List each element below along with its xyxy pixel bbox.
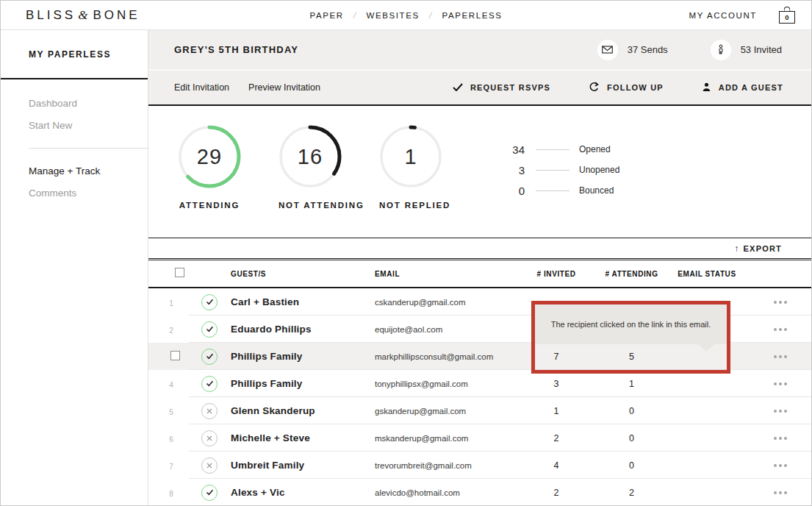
cart-icon[interactable]: 0 [779,11,795,24]
row-number: 6 [169,435,173,443]
row-menu-button[interactable] [747,437,812,440]
brand-logo[interactable]: BLISS&BONE [26,8,140,23]
export-bar: ↑ EXPORT [148,238,811,260]
guest-table-header: GUEST/S EMAIL # INVITED # ATTENDING EMAI… [148,260,811,288]
rsvp-status-icon [201,349,218,365]
guest-email: gskanderup@gmail.com [372,407,516,416]
guest-email: mskanderup@gmail.com [372,434,516,443]
event-stats: 37 Sends 53 Invited [597,40,782,60]
row-menu-button[interactable] [747,410,812,413]
attending-count: 29 [178,125,241,188]
attending-count: 0 [597,460,667,471]
nav-separator: / [428,11,433,20]
table-row[interactable]: 4 Phillips Family tonyphillipsx@gmail.co… [148,370,811,397]
sidebar-divider [29,148,148,149]
rsvp-status-icon [201,376,218,392]
guest-name: Phillips Family [225,378,372,389]
edit-invitation-link[interactable]: Edit Invitation [174,82,229,93]
row-number: 8 [169,490,173,498]
logo-text-1: BLISS [26,8,76,22]
app-window: BLISS&BONE PAPER / WEBSITES / PAPERLESS … [0,0,812,506]
nav-websites[interactable]: WEBSITES [366,11,419,20]
rsvp-status-icon [201,294,218,310]
sidebar-item-comments[interactable]: Comments [29,187,148,199]
legend-bounced: 0 Bounced [500,180,619,201]
tooltip-pointer [698,344,714,352]
unopened-label: Unopened [579,165,619,175]
guest-name: Umbreit Family [225,460,372,471]
column-attending: # ATTENDING [597,270,667,278]
request-rsvps-button[interactable]: REQUEST RSVPS [453,83,550,93]
highlight-box: The recipient clicked on the link in thi… [531,301,730,374]
invited-count: 2 [516,433,597,443]
invited-stat: 53 Invited [711,40,782,60]
cart-count: 0 [785,13,788,21]
action-bar: Edit Invitation Preview Invitation REQUE… [148,69,811,106]
legend-opened: 34 Opened [500,139,619,160]
guest-name: Michelle + Steve [225,432,372,443]
follow-up-button[interactable]: FOLLOW UP [589,82,664,93]
bounced-count: 0 [500,185,525,197]
nav-paperless[interactable]: PAPERLESS [442,11,503,20]
export-button[interactable]: ↑ EXPORT [734,243,782,254]
person-icon [711,40,731,60]
checkmark-icon [453,83,463,93]
action-bar-left: Edit Invitation Preview Invitation [174,82,320,93]
not-replied-count: 1 [379,125,442,188]
invited-count: 1 [516,406,597,416]
sidebar-title: MY PAPERLESS [29,49,148,60]
attending-count: 0 [597,433,667,443]
column-email-status: EMAIL STATUS [667,270,747,278]
not-attending-label: NOT ATTENDING [279,201,342,210]
guest-email: equijote@aol.com [372,325,516,334]
table-row[interactable]: 6 Michelle + Steve mskanderup@gmail.com … [148,424,811,452]
legend-line [536,170,570,171]
event-title: GREY'S 5TH BIRTHDAY [174,44,298,55]
sidebar-item-start-new[interactable]: Start New [29,119,148,132]
row-menu-button[interactable] [747,355,812,358]
attending-count: 1 [597,379,667,389]
nav-paper[interactable]: PAPER [310,11,344,20]
my-account-link[interactable]: MY ACCOUNT [689,11,757,20]
donut-not-attending: 16 NOT ATTENDING [279,125,342,210]
row-menu-button[interactable] [747,301,812,304]
action-bar-right: REQUEST RSVPS FOLLOW UP ADD A GUEST [453,82,783,93]
row-menu-button[interactable] [747,328,812,331]
invited-count-label: 53 Invited [741,44,782,55]
invited-count: 4 [516,460,597,471]
sends-count-label: 37 Sends [628,44,668,55]
row-checkbox[interactable] [170,351,180,360]
donut-attending: 29 ATTENDING [178,125,241,210]
sidebar-item-manage-track[interactable]: Manage + Track [29,165,148,177]
row-menu-button[interactable] [747,464,812,467]
sidebar-header: MY PAPERLESS [1,30,148,79]
redo-arrow-icon [589,82,600,93]
opened-count: 34 [500,143,525,156]
guest-email: markphillipsconsult@gmail.com [372,352,516,361]
invited-count: 3 [516,379,597,389]
guest-email: alevicdo@hotmail.com [372,488,516,497]
nav-separator: / [352,11,357,20]
rsvp-status-icon [201,457,218,474]
sidebar-item-dashboard[interactable]: Dashboard [29,97,148,110]
logo-ampersand: & [78,8,87,22]
table-row[interactable]: 7 Umbreit Family trevorumbreit@gmail.com… [148,452,811,479]
not-replied-label: NOT REPLIED [379,201,442,210]
table-row[interactable]: 8 Alexs + Vic alevicdo@hotmail.com 2 2 [148,479,811,506]
row-menu-button[interactable] [747,491,812,494]
row-number: 7 [169,463,173,471]
opened-label: Opened [579,144,611,154]
add-guest-button[interactable]: ADD A GUEST [702,82,783,93]
up-arrow-icon: ↑ [734,243,739,254]
select-all-checkbox[interactable] [175,268,184,277]
preview-invitation-link[interactable]: Preview Invitation [248,82,320,93]
row-menu-button[interactable] [747,382,812,385]
sidebar: MY PAPERLESS Dashboard Start New Manage … [1,30,148,505]
table-row[interactable]: 5 Glenn Skanderup gskanderup@gmail.com 1… [148,397,811,424]
column-email: EMAIL [372,270,516,278]
sidebar-nav: Dashboard Start New Manage + Track Comme… [1,79,148,199]
rsvp-stats-section: 29 ATTENDING 16 NOT ATTENDING [148,106,811,238]
add-person-icon [702,82,711,93]
top-right-group: MY ACCOUNT 0 [689,7,795,24]
rsvp-status-icon [201,430,218,446]
